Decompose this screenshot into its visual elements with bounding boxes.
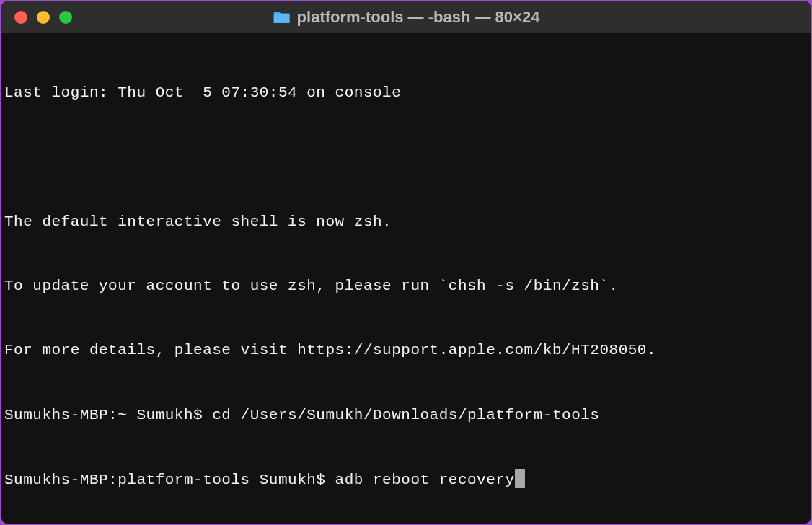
terminal-window: platform-tools — -bash — 80×24 Last logi…	[1, 1, 811, 524]
terminal-body[interactable]: Last login: Thu Oct 5 07:30:54 on consol…	[1, 33, 811, 524]
minimize-button[interactable]	[37, 11, 50, 24]
maximize-button[interactable]	[59, 11, 72, 24]
terminal-prompt-line: Sumukhs-MBP:~ Sumukh$ cd /Users/Sumukh/D…	[4, 405, 808, 426]
prompt: Sumukhs-MBP:platform-tools Sumukh$	[4, 472, 335, 488]
terminal-cursor	[515, 469, 525, 488]
prompt: Sumukhs-MBP:~ Sumukh$	[4, 407, 212, 423]
terminal-line: To update your account to use zsh, pleas…	[4, 275, 808, 297]
terminal-blank-line	[4, 146, 808, 168]
terminal-line: Last login: Thu Oct 5 07:30:54 on consol…	[4, 82, 808, 104]
window-title: platform-tools — -bash — 80×24	[273, 8, 540, 27]
command-text: adb reboot recovery	[335, 472, 515, 488]
terminal-line: The default interactive shell is now zsh…	[4, 211, 808, 233]
terminal-prompt-line: Sumukhs-MBP:platform-tools Sumukh$ adb r…	[4, 469, 808, 491]
command-text: cd /Users/Sumukh/Downloads/platform-tool…	[212, 407, 599, 423]
window-title-text: platform-tools — -bash — 80×24	[297, 8, 540, 27]
terminal-line: For more details, please visit https://s…	[4, 340, 808, 361]
titlebar[interactable]: platform-tools — -bash — 80×24	[1, 1, 811, 33]
traffic-lights	[1, 11, 72, 24]
close-button[interactable]	[14, 11, 27, 24]
folder-icon	[273, 7, 291, 26]
